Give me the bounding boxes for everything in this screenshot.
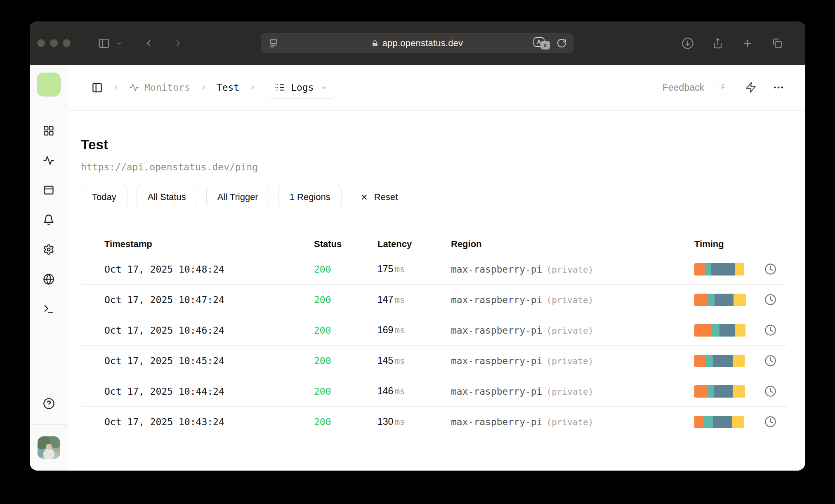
logs-icon: [274, 82, 285, 93]
log-row[interactable]: Oct 17, 2025 10:47:24 200 147ms max-rasp…: [81, 284, 787, 315]
sidebar-item-monitors[interactable]: [43, 155, 54, 166]
back-icon[interactable]: [144, 38, 154, 48]
translate-icon[interactable]: A x̄: [533, 37, 550, 49]
clock-icon[interactable]: [746, 263, 787, 275]
clock-icon[interactable]: [746, 416, 787, 428]
log-latency-unit: ms: [394, 356, 405, 366]
timing-segment: [715, 294, 734, 306]
minimize-button[interactable]: [50, 39, 58, 47]
col-timing[interactable]: Timing: [694, 239, 746, 250]
clock-icon[interactable]: [746, 355, 787, 367]
timing-segment: [732, 416, 744, 428]
downloads-icon[interactable]: [682, 37, 694, 49]
timing-segment: [713, 416, 732, 428]
sidebar-item-notifications[interactable]: [43, 214, 54, 226]
log-timestamp: Oct 17, 2025 10:45:24: [104, 356, 314, 366]
new-tab-icon[interactable]: [742, 38, 753, 49]
log-latency: 175: [377, 264, 393, 274]
sidebar-item-settings[interactable]: [43, 244, 54, 255]
log-region-note: (private): [547, 417, 594, 427]
log-row[interactable]: Oct 17, 2025 10:46:24 200 169ms max-rasp…: [81, 315, 787, 345]
log-latency-unit: ms: [394, 325, 405, 335]
filter-bar: Today All Status All Trigger 1 Regions R…: [81, 185, 805, 209]
tab-overview-icon[interactable]: [771, 38, 783, 49]
log-latency-unit: ms: [394, 386, 405, 396]
sidebar-item-cli[interactable]: [43, 303, 54, 315]
col-latency[interactable]: Latency: [377, 239, 451, 250]
timing-segment: [714, 385, 733, 398]
sidebar-item-regions[interactable]: [43, 273, 54, 285]
clock-icon[interactable]: [746, 294, 787, 306]
log-row[interactable]: Oct 17, 2025 10:44:24 200 146ms max-rasp…: [81, 376, 787, 406]
zoom-button[interactable]: [63, 39, 71, 47]
page-settings-icon[interactable]: [268, 38, 279, 49]
app-header: Monitors Test Logs: [68, 65, 805, 111]
address-bar[interactable]: app.openstatus.dev A x̄: [261, 33, 573, 53]
url-text[interactable]: app.openstatus.dev: [382, 38, 463, 49]
log-region: max-raspberry-pi: [451, 386, 543, 397]
col-timestamp[interactable]: Timestamp: [104, 239, 314, 250]
breadcrumb-monitors[interactable]: Monitors: [129, 82, 190, 93]
log-row[interactable]: Oct 17, 2025 10:48:24 200 175ms max-rasp…: [81, 254, 787, 284]
sidebar-item-dashboard[interactable]: [43, 125, 54, 137]
traffic-lights[interactable]: [30, 39, 71, 47]
log-region: max-raspberry-pi: [451, 356, 543, 366]
more-menu-icon[interactable]: [772, 81, 785, 94]
workspace-logo[interactable]: [37, 73, 61, 97]
user-avatar[interactable]: [38, 436, 60, 459]
view-selector-button[interactable]: Logs: [266, 77, 336, 99]
log-region: max-raspberry-pi: [451, 264, 543, 275]
log-region: max-raspberry-pi: [451, 325, 543, 336]
log-timestamp: Oct 17, 2025 10:46:24: [104, 325, 314, 336]
clock-icon[interactable]: [746, 324, 787, 336]
reload-icon[interactable]: [557, 38, 567, 48]
log-region-note: (private): [547, 326, 594, 336]
filter-regions-button[interactable]: 1 Regions: [278, 185, 342, 209]
timing-segment: [734, 294, 746, 306]
reset-filters-button[interactable]: Reset: [360, 192, 398, 203]
close-icon: [360, 193, 369, 202]
log-region-note: (private): [547, 265, 594, 275]
log-timestamp: Oct 17, 2025 10:48:24: [104, 264, 314, 275]
page-title: Test: [81, 137, 805, 153]
col-status[interactable]: Status: [314, 239, 377, 250]
timing-segment: [707, 385, 714, 398]
logs-table: Timestamp Status Latency Region Timing O…: [81, 235, 805, 443]
filter-status-button[interactable]: All Status: [137, 185, 197, 209]
log-row[interactable]: Oct 17, 2025 10:45:24 200 145ms max-rasp…: [81, 345, 787, 376]
timing-segment: [719, 324, 735, 337]
sidebar-item-status-pages[interactable]: [43, 184, 54, 196]
tab-group-chevron-icon[interactable]: [116, 40, 123, 47]
activity-icon: [129, 82, 139, 92]
log-status: 200: [314, 264, 377, 275]
timing-segment: [733, 355, 745, 367]
log-timestamp: Oct 17, 2025 10:47:24: [104, 294, 314, 305]
log-region: max-raspberry-pi: [451, 417, 543, 427]
timing-segment: [694, 355, 705, 367]
log-latency: 146: [377, 386, 393, 396]
forward-icon[interactable]: [173, 38, 183, 48]
panel-toggle-icon[interactable]: [92, 82, 103, 93]
share-icon[interactable]: [712, 38, 724, 49]
monitor-endpoint: https://api.openstatus.dev/ping: [81, 162, 805, 172]
help-icon[interactable]: [43, 398, 55, 410]
breadcrumb-monitor-name[interactable]: Test: [217, 82, 239, 93]
filter-trigger-button[interactable]: All Trigger: [206, 185, 269, 209]
filter-period-button[interactable]: Today: [81, 185, 127, 209]
log-latency-unit: ms: [394, 264, 405, 274]
log-row[interactable]: Oct 17, 2025 10:43:24 200 130ms max-rasp…: [81, 406, 787, 437]
sidebar-toggle-icon[interactable]: [98, 37, 110, 49]
timing-segment: [694, 263, 705, 276]
log-latency: 147: [377, 294, 393, 305]
timing-segment: [711, 263, 735, 276]
feedback-button[interactable]: Feedback: [663, 82, 704, 93]
timing-bar: [694, 294, 746, 306]
timing-segment: [711, 324, 719, 337]
timing-bar: [694, 263, 746, 276]
clock-icon[interactable]: [746, 385, 787, 397]
log-status: 200: [314, 386, 377, 397]
col-region[interactable]: Region: [451, 239, 694, 250]
zap-icon[interactable]: [745, 82, 757, 93]
close-button[interactable]: [37, 39, 45, 47]
log-timestamp: Oct 17, 2025 10:43:24: [104, 417, 314, 427]
